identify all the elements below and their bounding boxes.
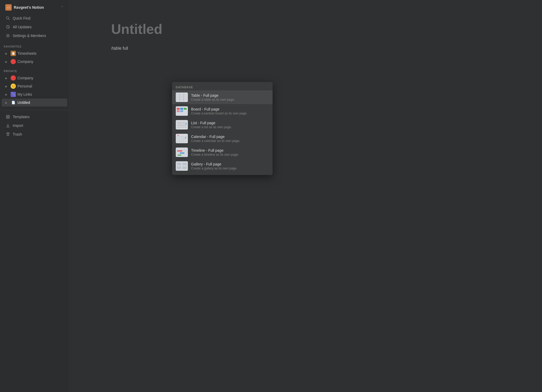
svg-rect-19 [180, 108, 183, 110]
label-my-links: My Links [17, 92, 32, 96]
gallery-full-desc: Create a gallery as its own page. [191, 167, 237, 170]
sidebar-item-my-links[interactable]: ▶ 📎 My Links [2, 90, 67, 98]
gear-icon [5, 33, 11, 38]
svg-rect-22 [176, 120, 188, 129]
tree-arrow-timesheets: ▶ [5, 52, 10, 55]
table-full-title: Table - Full page [191, 93, 235, 98]
list-full-text: List - Full page Create a list as its ow… [191, 121, 232, 129]
svg-rect-49 [177, 166, 181, 169]
nav-item-settings[interactable]: Settings & Members [2, 31, 67, 40]
calendar-full-title: Calendar - Full page [191, 135, 240, 139]
emoji-personal: 😊 [11, 84, 16, 89]
tree-arrow-company-fav: ▶ [5, 60, 10, 63]
label-untitled: Untitled [17, 100, 30, 105]
workspace-icon: 🏷 [5, 4, 12, 11]
board-full-desc: Create a kanban board as its own page. [191, 112, 247, 115]
timeline-full-icon [176, 147, 188, 157]
dropdown-section-label: DATABASE [172, 84, 273, 90]
sidebar-bottom: Templates Import Trash [0, 110, 69, 139]
board-full-text: Board - Full page Create a kanban board … [191, 107, 247, 115]
sidebar: 🏷 Ravgeet's Notion ⌃ Quick Find All Upda… [0, 0, 69, 392]
nav-label-trash: Trash [13, 132, 22, 136]
dropdown-item-board-full[interactable]: Board - Full page Create a kanban board … [172, 104, 273, 118]
private-label: PRIVATE [0, 66, 69, 74]
svg-rect-50 [182, 166, 187, 169]
svg-rect-45 [178, 155, 181, 156]
timeline-full-title: Timeline - Full page [191, 148, 239, 153]
table-full-desc: Create a table as its own page. [191, 98, 235, 102]
calendar-full-icon [176, 134, 188, 143]
emoji-company: ⭕ [11, 75, 16, 81]
tree-arrow-personal: ▶ [5, 85, 10, 88]
dropdown-item-timeline-full[interactable]: Timeline - Full page Create a timeline a… [172, 145, 273, 159]
command-dropdown: DATABASE Table - Full page Create a tabl… [172, 82, 273, 175]
table-full-text: Table - Full page Create a table as its … [191, 93, 235, 102]
nav-item-import[interactable]: Import [2, 121, 67, 130]
sidebar-item-company[interactable]: ▶ ⭕ Company [2, 74, 67, 82]
search-icon [5, 16, 11, 21]
timeline-full-text: Timeline - Full page Create a timeline a… [191, 148, 239, 156]
dropdown-item-list-full[interactable]: List - Full page Create a list as its ow… [172, 118, 273, 132]
svg-rect-20 [180, 110, 183, 112]
tree-arrow-my-links: ▶ [5, 93, 10, 96]
templates-icon [5, 114, 11, 119]
gallery-full-text: Gallery - Full page Create a gallery as … [191, 162, 237, 170]
nav-label-import: Import [13, 123, 23, 128]
dropdown-item-table-full[interactable]: Table - Full page Create a table as its … [172, 90, 273, 104]
sidebar-item-timesheets[interactable]: ▶ 📋 Timesheets [2, 49, 67, 57]
tree-arrow-untitled: ▶ [5, 101, 10, 104]
svg-rect-27 [186, 123, 187, 124]
favorites-label: FAVORITES [0, 41, 69, 49]
sidebar-item-personal[interactable]: ▶ 😊 Personal [2, 82, 67, 90]
svg-rect-18 [177, 110, 180, 112]
nav-label-all-updates: All Updates [13, 25, 32, 29]
nav-item-trash[interactable]: Trash [2, 130, 67, 139]
list-full-desc: Create a list as its own page. [191, 125, 232, 129]
nav-label-settings: Settings & Members [13, 34, 46, 38]
svg-line-1 [8, 19, 10, 20]
svg-rect-4 [6, 115, 8, 117]
label-personal: Personal [17, 84, 32, 88]
slash-command[interactable]: /table full [111, 45, 542, 52]
nav-item-all-updates[interactable]: All Updates [2, 23, 67, 31]
dropdown-item-gallery-full[interactable]: Gallery - Full page Create a gallery as … [172, 159, 273, 173]
svg-rect-10 [176, 93, 188, 102]
nav-item-templates[interactable]: Templates [2, 113, 67, 121]
nav-label-quick-find: Quick Find [13, 16, 30, 20]
svg-rect-48 [182, 163, 187, 165]
svg-rect-6 [6, 117, 8, 118]
label-company-fav: Company [17, 59, 33, 64]
clock-icon [5, 24, 11, 30]
label-timesheets: Timesheets [17, 51, 37, 56]
calendar-full-text: Calendar - Full page Create a calendar a… [191, 135, 240, 143]
svg-rect-43 [177, 150, 182, 151]
dropdown-item-calendar-full[interactable]: Calendar - Full page Create a calendar a… [172, 132, 273, 145]
list-full-title: List - Full page [191, 121, 232, 125]
chevron-icon: ⌃ [61, 6, 64, 9]
nav-item-quick-find[interactable]: Quick Find [2, 14, 67, 22]
page-title: Untitled [111, 21, 542, 37]
emoji-untitled: 📄 [11, 100, 16, 105]
page-title-area: Untitled /table full [69, 0, 542, 52]
emoji-my-links: 📎 [11, 92, 16, 97]
calendar-full-desc: Create a calendar as its own page. [191, 139, 240, 143]
workspace-name: Ravgeet's Notion [14, 5, 44, 10]
label-company: Company [17, 76, 33, 80]
top-nav: Quick Find All Updates Settings & Member… [0, 14, 69, 40]
emoji-company-fav: ⭕ [11, 59, 16, 64]
svg-point-37 [178, 135, 179, 136]
svg-point-3 [7, 35, 9, 36]
board-full-title: Board - Full page [191, 107, 247, 111]
nav-label-templates: Templates [13, 115, 30, 119]
gallery-full-icon [176, 161, 188, 171]
favorites-section: FAVORITES ▶ 📋 Timesheets ▶ ⭕ Company [0, 41, 69, 66]
sidebar-item-untitled[interactable]: ▶ 📄 Untitled [2, 99, 67, 107]
svg-rect-5 [8, 115, 10, 117]
tree-arrow-company: ▶ [5, 77, 10, 80]
workspace-header[interactable]: 🏷 Ravgeet's Notion ⌃ [2, 2, 67, 13]
emoji-timesheets: 📋 [11, 51, 16, 56]
main-content: Untitled /table full DATABASE Table - Fu… [69, 0, 542, 392]
gallery-full-title: Gallery - Full page [191, 162, 237, 166]
svg-rect-47 [177, 163, 181, 165]
sidebar-item-company-fav[interactable]: ▶ ⭕ Company [2, 58, 67, 66]
